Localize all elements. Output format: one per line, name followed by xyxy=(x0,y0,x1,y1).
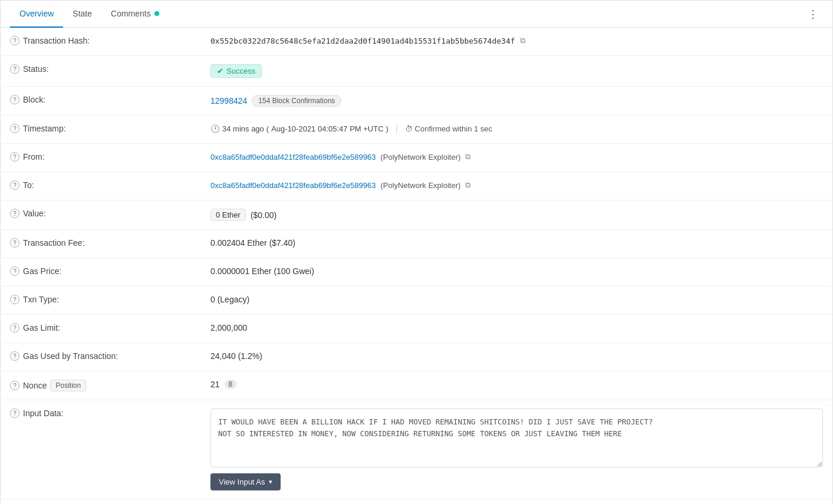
footer: Click to see Less ↑ xyxy=(1,499,832,504)
timestamp-row: ? Timestamp: 🕐 34 mins ago (Aug-10-2021 … xyxy=(1,116,832,144)
tabs-bar: Overview State Comments ⋮ xyxy=(1,1,832,28)
input-data-label: ? Input Data: xyxy=(10,409,210,418)
value-value: 0 Ether ($0.00) xyxy=(210,209,823,221)
help-icon-block[interactable]: ? xyxy=(10,95,19,104)
separator: | xyxy=(396,124,398,133)
transaction-fee-value: 0.002404 Ether ($7.40) xyxy=(210,238,823,248)
transaction-hash-value: 0x552bc0322d78c5648c5efa21d2daa2d0f14901… xyxy=(210,36,823,45)
copy-txhash-icon[interactable]: ⧉ xyxy=(520,36,525,45)
help-icon-nonce[interactable]: ? xyxy=(10,381,19,390)
view-input-as-button[interactable]: View Input As ▾ xyxy=(210,473,281,490)
help-icon-gaslimit[interactable]: ? xyxy=(10,323,19,332)
block-row: ? Block: 12998424 154 Block Confirmation… xyxy=(1,87,832,116)
status-row: ? Status: ✔ Success xyxy=(1,56,832,87)
gas-used-row: ? Gas Used by Transaction: 24,040 (1.2%) xyxy=(1,343,832,371)
help-icon-timestamp[interactable]: ? xyxy=(10,124,19,133)
timer-icon: ⏱ xyxy=(405,124,413,133)
help-icon-txfee[interactable]: ? xyxy=(10,238,19,248)
nonce-row: ? Nonce Position 21 8 xyxy=(1,371,832,400)
help-icon-to[interactable]: ? xyxy=(10,180,19,190)
transaction-fee-label: ? Transaction Fee: xyxy=(10,238,210,248)
status-value: ✔ Success xyxy=(210,64,823,78)
nonce-value: 21 8 xyxy=(210,380,823,389)
to-name-tag: (PolyNetwork Exploiter) xyxy=(381,181,461,190)
block-value: 12998424 154 Block Confirmations xyxy=(210,95,823,107)
value-label: ? Value: xyxy=(10,209,210,218)
block-number-link[interactable]: 12998424 xyxy=(210,96,247,106)
ether-badge: 0 Ether xyxy=(210,209,246,221)
more-options-icon[interactable]: ⋮ xyxy=(803,3,823,25)
txn-type-label: ? Txn Type: xyxy=(10,295,210,304)
input-data-textarea[interactable] xyxy=(210,409,823,467)
gas-limit-label: ? Gas Limit: xyxy=(10,323,210,332)
to-address-link[interactable]: 0xc8a65fadf0e0ddaf421f28feab69bf6e2e5899… xyxy=(210,181,376,190)
status-badge: ✔ Success xyxy=(210,64,262,78)
from-name-tag: (PolyNetwork Exploiter) xyxy=(381,153,461,162)
tab-state[interactable]: State xyxy=(63,1,101,28)
tab-comments[interactable]: Comments xyxy=(101,1,169,28)
from-address-link[interactable]: 0xc8a65fadf0e0ddaf421f28feab69bf6e2e5899… xyxy=(210,153,376,162)
copy-to-icon[interactable]: ⧉ xyxy=(465,180,470,190)
help-icon-from[interactable]: ? xyxy=(10,152,19,162)
to-value: 0xc8a65fadf0e0ddaf421f28feab69bf6e2e5899… xyxy=(210,180,823,190)
to-label: ? To: xyxy=(10,180,210,190)
gas-limit-value: 2,000,000 xyxy=(210,323,823,332)
check-icon: ✔ xyxy=(217,67,223,75)
help-icon-gasused[interactable]: ? xyxy=(10,351,19,361)
nonce-label: ? Nonce Position xyxy=(10,380,210,391)
from-value: 0xc8a65fadf0e0ddaf421f28feab69bf6e2e5899… xyxy=(210,152,823,162)
comment-dot-icon xyxy=(154,11,159,16)
gas-used-label: ? Gas Used by Transaction: xyxy=(10,351,210,361)
confirmations-badge: 154 Block Confirmations xyxy=(252,95,341,107)
input-data-row: ? Input Data: View Input As ▾ xyxy=(1,400,832,499)
gas-used-value: 24,040 (1.2%) xyxy=(210,351,823,361)
help-icon-gasprice[interactable]: ? xyxy=(10,266,19,276)
txn-type-value: 0 (Legacy) xyxy=(210,295,823,304)
help-icon-status[interactable]: ? xyxy=(10,64,19,74)
position-badge[interactable]: Position xyxy=(50,380,86,391)
timestamp-label: ? Timestamp: xyxy=(10,124,210,133)
block-label: ? Block: xyxy=(10,95,210,104)
gas-price-row: ? Gas Price: 0.0000001 Ether (100 Gwei) xyxy=(1,258,832,286)
status-label: ? Status: xyxy=(10,64,210,74)
chevron-down-icon: ▾ xyxy=(269,478,272,486)
help-icon-inputdata[interactable]: ? xyxy=(10,409,19,418)
transaction-fee-row: ? Transaction Fee: 0.002404 Ether ($7.40… xyxy=(1,230,832,258)
help-icon-txhash[interactable]: ? xyxy=(10,36,19,45)
gas-price-label: ? Gas Price: xyxy=(10,266,210,276)
from-label: ? From: xyxy=(10,152,210,162)
input-data-container: View Input As ▾ xyxy=(210,409,823,490)
to-row: ? To: 0xc8a65fadf0e0ddaf421f28feab69bf6e… xyxy=(1,172,832,200)
txn-type-row: ? Txn Type: 0 (Legacy) xyxy=(1,286,832,315)
tab-overview[interactable]: Overview xyxy=(10,1,63,28)
help-icon-value[interactable]: ? xyxy=(10,209,19,218)
gas-price-value: 0.0000001 Ether (100 Gwei) xyxy=(210,266,823,276)
from-row: ? From: 0xc8a65fadf0e0ddaf421f28feab69bf… xyxy=(1,144,832,172)
copy-from-icon[interactable]: ⧉ xyxy=(465,152,470,162)
gas-limit-row: ? Gas Limit: 2,000,000 xyxy=(1,315,832,343)
clock-icon: 🕐 xyxy=(210,124,220,133)
transaction-hash-label: ? Transaction Hash: xyxy=(10,36,210,45)
transaction-hash-row: ? Transaction Hash: 0x552bc0322d78c5648c… xyxy=(1,28,832,56)
help-icon-txntype[interactable]: ? xyxy=(10,295,19,304)
value-row: ? Value: 0 Ether ($0.00) xyxy=(1,200,832,230)
timestamp-value: 🕐 34 mins ago (Aug-10-2021 04:05:47 PM +… xyxy=(210,124,823,133)
